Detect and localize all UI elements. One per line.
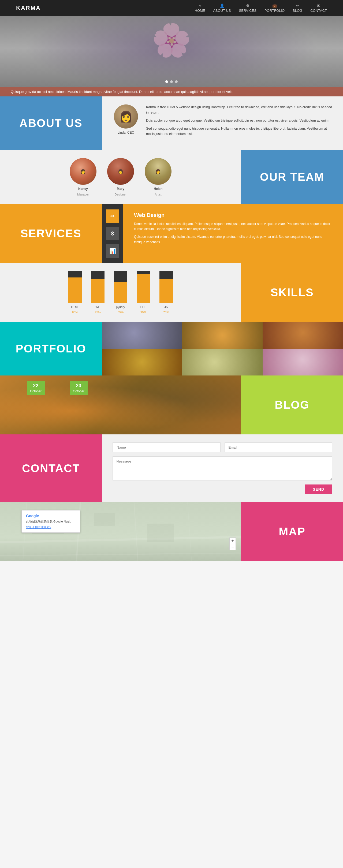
svg-line-1 [0, 553, 241, 556]
portfolio-item-1[interactable] [102, 322, 182, 349]
contact-heading: CONTACT [22, 462, 80, 475]
blog-right-panel: BLOG [241, 375, 343, 434]
skill-bar-html: HTML80% [67, 271, 83, 314]
team-role-2: Designer [115, 193, 126, 196]
team-avatar-3: 👩 [145, 158, 171, 185]
services-right-panel: Web Design Donec vehicula lectus ac ultr… [123, 204, 343, 263]
hero-dot-2[interactable] [170, 80, 173, 83]
blog-date-1: 22 October [27, 381, 45, 395]
skills-right-panel: SKILLS [241, 263, 343, 322]
about-para1: Duis auctor congue arcu eget congue. Ves… [146, 118, 332, 123]
map-panel: Google 此地图无法正确加载 Google 地图。 您是否拥有此网站? + … [0, 502, 241, 561]
team-member-3: 👩 Helen Artist [145, 158, 171, 196]
team-role-1: Manager [77, 193, 89, 196]
skill-pct-2: 65% [118, 311, 123, 314]
svg-rect-8 [147, 524, 174, 542]
skill-pct-0: 80% [72, 311, 78, 314]
message-input[interactable] [113, 456, 332, 480]
about-text: Karma is free HTML5 website design using… [146, 104, 332, 139]
pencil-icon-button[interactable]: ✏ [106, 210, 119, 223]
skill-bar-dark-4 [160, 271, 173, 279]
portfolio-item-3[interactable] [263, 322, 343, 349]
blog-heading: BLOG [275, 399, 309, 411]
zoom-out-button[interactable]: − [229, 544, 236, 550]
map-link[interactable]: 您是否拥有此网站? [26, 525, 51, 529]
nav-contact[interactable]: ✉ CONTACT [310, 3, 327, 12]
about-left-panel: ABOUT US [0, 96, 102, 150]
skills-heading: SKILLS [270, 286, 314, 299]
about-para2: Sed consequat odio eget nunc tristique v… [146, 126, 332, 136]
ceo-avatar: 👩 [114, 104, 138, 129]
team-section: 👩 Nancy Manager 👩 Mary Designer 👩 Helen … [0, 150, 343, 204]
map-zoom-controls: + − [229, 537, 236, 550]
skills-left-panel: HTML80%WP75%jQuery65%PHP90%JS75% [0, 263, 241, 322]
contact-icon: ✉ [317, 3, 320, 8]
skill-label-4: JS [165, 305, 168, 309]
contact-form: SEND [102, 434, 343, 502]
svg-line-5 [188, 502, 193, 561]
blog-date-2: 23 October [70, 381, 88, 395]
home-icon: ⌂ [199, 3, 201, 8]
team-avatar-2: 👩 [107, 158, 134, 185]
send-button[interactable]: SEND [305, 485, 332, 494]
services-icons-panel: ✏ ⚙ 📊 [102, 204, 123, 263]
skill-label-2: jQuery [116, 305, 125, 309]
services-left-panel: SERVICES [0, 204, 102, 263]
services-para1: Donec vehicula lectus ac ultrices aliqua… [134, 221, 332, 232]
map-heading: MAP [279, 525, 305, 538]
skill-bar-dark-3 [137, 271, 150, 274]
services-section: SERVICES ✏ ⚙ 📊 Web Design Donec vehicula… [0, 204, 343, 263]
nav-portfolio[interactable]: 💼 PORTFOLIO [264, 3, 285, 12]
nav-blog[interactable]: ✏ BLOG [293, 3, 302, 12]
skills-section: HTML80%WP75%jQuery65%PHP90%JS75% SKILLS [0, 263, 343, 322]
team-name-3: Helen [154, 187, 163, 191]
nav-services[interactable]: ⚙ SERVICES [239, 3, 257, 12]
brand: KARMA [16, 5, 41, 11]
about-photo: 👩 Linda, CEO [113, 104, 139, 134]
hero-dot-3[interactable] [175, 80, 178, 83]
blog-icon: ✏ [296, 3, 299, 8]
skill-bar-dark-1 [91, 271, 105, 279]
map-section: Google 此地图无法正确加载 Google 地图。 您是否拥有此网站? + … [0, 502, 343, 561]
map-right-panel: MAP [241, 502, 343, 561]
skill-pct-1: 75% [95, 311, 101, 314]
map-error-text: 此地图无法正确加载 Google 地图。 [26, 520, 76, 524]
chart-icon-button[interactable]: 📊 [106, 244, 119, 258]
service-title: Web Design [134, 212, 332, 218]
portfolio-item-6[interactable] [263, 349, 343, 375]
skill-bar-jquery: jQuery65% [113, 271, 128, 314]
skill-label-1: WP [95, 305, 100, 309]
email-input[interactable] [225, 442, 333, 452]
hero-dot-1[interactable] [165, 80, 168, 83]
hero-flower-icon: 🌸 [151, 22, 192, 59]
skill-bar-php: PHP90% [135, 271, 151, 314]
services-heading: SERVICES [20, 227, 82, 240]
services-para2: Quisque susmiret enim ut dignissim dictu… [134, 234, 332, 245]
portfolio-item-4[interactable] [102, 349, 182, 375]
team-heading: OUR TEAM [260, 170, 324, 183]
hero-dots [165, 80, 178, 83]
gear-icon-button[interactable]: ⚙ [106, 227, 119, 240]
name-input[interactable] [113, 442, 221, 452]
google-logo: Google [26, 514, 76, 518]
svg-line-3 [134, 502, 139, 561]
google-map-popup: Google 此地图无法正确加载 Google 地图。 您是否拥有此网站? [22, 510, 80, 533]
about-right-panel: 👩 Linda, CEO Karma is free HTML5 website… [102, 96, 343, 150]
skill-label-0: HTML [71, 305, 79, 309]
skill-bar-dark-2 [114, 271, 127, 282]
portfolio-item-2[interactable] [182, 322, 263, 349]
nav-about[interactable]: 👤 ABOUT US [213, 3, 231, 12]
portfolio-section: PORTFOLIO [0, 322, 343, 375]
portfolio-item-5[interactable] [182, 349, 263, 375]
contact-name-email-row [113, 442, 332, 452]
hero-caption: Quisque gravida ac nisi nec ultrices. Ma… [0, 87, 343, 96]
svg-rect-7 [94, 513, 115, 526]
zoom-in-button[interactable]: + [229, 537, 236, 544]
skill-bar-container-3 [137, 271, 150, 303]
team-avatar-1: 👩 [70, 158, 96, 185]
navbar: KARMA ⌂ HOME 👤 ABOUT US ⚙ SERVICES 💼 POR… [0, 0, 343, 16]
nav-home[interactable]: ⌂ HOME [195, 3, 205, 12]
team-name-2: Mary [117, 187, 124, 191]
contact-section: CONTACT SEND [0, 434, 343, 502]
skill-bar-js: JS75% [158, 271, 174, 314]
